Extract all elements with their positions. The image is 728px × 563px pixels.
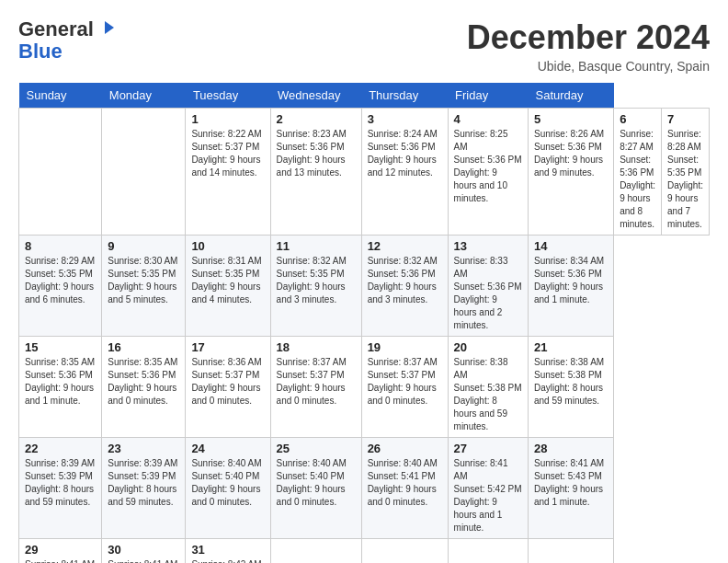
day-number: 14	[534, 239, 608, 253]
calendar-week-row: 29Sunrise: 8:41 AMSunset: 5:43 PMDayligh…	[19, 539, 710, 564]
calendar-cell: 23Sunrise: 8:39 AMSunset: 5:39 PMDayligh…	[102, 438, 186, 539]
day-info: Sunrise: 8:40 AMSunset: 5:41 PMDaylight:…	[368, 457, 442, 509]
calendar-cell	[270, 539, 361, 564]
day-number: 19	[368, 340, 442, 354]
day-number: 16	[108, 340, 179, 354]
day-number: 28	[534, 442, 608, 455]
day-number: 3	[368, 112, 442, 126]
calendar-cell: 15Sunrise: 8:35 AMSunset: 5:36 PMDayligh…	[19, 337, 102, 438]
calendar-cell: 4Sunrise: 8:25 AMSunset: 5:36 PMDaylight…	[448, 109, 528, 236]
day-number: 29	[25, 543, 96, 557]
day-info: Sunrise: 8:30 AMSunset: 5:35 PMDaylight:…	[108, 255, 179, 306]
day-info: Sunrise: 8:41 AMSunset: 5:44 PMDaylight:…	[108, 558, 179, 563]
day-info: Sunrise: 8:41 AMSunset: 5:43 PMDaylight:…	[25, 558, 96, 563]
day-info: Sunrise: 8:37 AMSunset: 5:37 PMDaylight:…	[368, 356, 442, 408]
day-number: 18	[277, 340, 356, 354]
day-number: 1	[191, 112, 264, 126]
logo-general: General	[18, 17, 94, 40]
title-area: December 2024 Ubide, Basque Country, Spa…	[467, 18, 710, 74]
day-number: 12	[368, 239, 442, 253]
calendar-week-row: 1Sunrise: 8:22 AMSunset: 5:37 PMDaylight…	[19, 109, 710, 236]
calendar-cell: 24Sunrise: 8:40 AMSunset: 5:40 PMDayligh…	[186, 438, 270, 539]
calendar-cell: 3Sunrise: 8:24 AMSunset: 5:36 PMDaylight…	[361, 109, 448, 236]
calendar-cell: 21Sunrise: 8:38 AMSunset: 5:38 PMDayligh…	[528, 337, 613, 438]
logo-blue: Blue	[18, 40, 63, 63]
calendar-cell: 31Sunrise: 8:42 AMSunset: 5:45 PMDayligh…	[186, 539, 270, 564]
day-info: Sunrise: 8:40 AMSunset: 5:40 PMDaylight:…	[277, 457, 356, 509]
day-info: Sunrise: 8:35 AMSunset: 5:36 PMDaylight:…	[108, 356, 179, 408]
day-info: Sunrise: 8:32 AMSunset: 5:36 PMDaylight:…	[368, 255, 442, 306]
calendar-cell: 26Sunrise: 8:40 AMSunset: 5:41 PMDayligh…	[361, 438, 448, 539]
day-number: 24	[191, 442, 264, 455]
page-header: General Blue December 2024 Ubide, Basque…	[18, 18, 710, 74]
calendar-cell: 14Sunrise: 8:34 AMSunset: 5:36 PMDayligh…	[528, 236, 613, 337]
day-info: Sunrise: 8:39 AMSunset: 5:39 PMDaylight:…	[25, 457, 96, 509]
calendar-table: SundayMondayTuesdayWednesdayThursdayFrid…	[18, 83, 710, 563]
day-info: Sunrise: 8:31 AMSunset: 5:35 PMDaylight:…	[191, 255, 264, 306]
day-number: 21	[534, 340, 608, 354]
calendar-cell: 18Sunrise: 8:37 AMSunset: 5:37 PMDayligh…	[270, 337, 361, 438]
col-header-friday: Friday	[448, 83, 528, 109]
day-info: Sunrise: 8:26 AMSunset: 5:36 PMDaylight:…	[534, 128, 608, 179]
day-number: 22	[25, 442, 96, 455]
col-header-wednesday: Wednesday	[270, 83, 361, 109]
calendar-cell: 19Sunrise: 8:37 AMSunset: 5:37 PMDayligh…	[361, 337, 448, 438]
svg-marker-0	[105, 21, 114, 34]
day-number: 31	[191, 543, 264, 557]
calendar-cell: 2Sunrise: 8:23 AMSunset: 5:36 PMDaylight…	[270, 109, 361, 236]
day-info: Sunrise: 8:33 AMSunset: 5:36 PMDaylight:…	[454, 255, 522, 332]
day-info: Sunrise: 8:37 AMSunset: 5:37 PMDaylight:…	[277, 356, 356, 408]
day-info: Sunrise: 8:38 AMSunset: 5:38 PMDaylight:…	[454, 356, 522, 433]
day-number: 27	[454, 442, 522, 455]
day-number: 5	[534, 112, 608, 126]
day-number: 15	[25, 340, 96, 354]
day-info: Sunrise: 8:41 AMSunset: 5:42 PMDaylight:…	[454, 457, 522, 534]
day-number: 25	[277, 442, 356, 455]
calendar-cell	[102, 109, 186, 236]
calendar-cell: 30Sunrise: 8:41 AMSunset: 5:44 PMDayligh…	[102, 539, 186, 564]
col-header-monday: Monday	[102, 83, 186, 109]
day-number: 26	[368, 442, 442, 455]
day-number: 9	[108, 239, 179, 253]
day-info: Sunrise: 8:28 AMSunset: 5:35 PMDaylight:…	[667, 128, 703, 231]
calendar-cell	[361, 539, 448, 564]
day-info: Sunrise: 8:39 AMSunset: 5:39 PMDaylight:…	[108, 457, 179, 509]
day-info: Sunrise: 8:24 AMSunset: 5:36 PMDaylight:…	[368, 128, 442, 179]
calendar-cell: 22Sunrise: 8:39 AMSunset: 5:39 PMDayligh…	[19, 438, 102, 539]
calendar-header-row: SundayMondayTuesdayWednesdayThursdayFrid…	[19, 83, 710, 109]
calendar-cell: 13Sunrise: 8:33 AMSunset: 5:36 PMDayligh…	[448, 236, 528, 337]
day-info: Sunrise: 8:22 AMSunset: 5:37 PMDaylight:…	[191, 128, 264, 179]
location: Ubide, Basque Country, Spain	[467, 59, 710, 74]
day-info: Sunrise: 8:34 AMSunset: 5:36 PMDaylight:…	[534, 255, 608, 306]
day-number: 11	[277, 239, 356, 253]
day-info: Sunrise: 8:38 AMSunset: 5:38 PMDaylight:…	[534, 356, 608, 408]
calendar-cell: 27Sunrise: 8:41 AMSunset: 5:42 PMDayligh…	[448, 438, 528, 539]
calendar-cell: 10Sunrise: 8:31 AMSunset: 5:35 PMDayligh…	[186, 236, 270, 337]
day-info: Sunrise: 8:23 AMSunset: 5:36 PMDaylight:…	[277, 128, 356, 179]
calendar-cell: 6Sunrise: 8:27 AMSunset: 5:36 PMDaylight…	[614, 109, 662, 236]
calendar-cell: 7Sunrise: 8:28 AMSunset: 5:35 PMDaylight…	[662, 109, 710, 236]
col-header-saturday: Saturday	[528, 83, 613, 109]
day-number: 30	[108, 543, 179, 557]
day-number: 13	[454, 239, 522, 253]
day-info: Sunrise: 8:27 AMSunset: 5:36 PMDaylight:…	[620, 128, 655, 231]
logo: General Blue	[18, 18, 116, 63]
day-number: 8	[25, 239, 96, 253]
calendar-cell: 16Sunrise: 8:35 AMSunset: 5:36 PMDayligh…	[102, 337, 186, 438]
day-info: Sunrise: 8:35 AMSunset: 5:36 PMDaylight:…	[25, 356, 96, 408]
calendar-week-row: 15Sunrise: 8:35 AMSunset: 5:36 PMDayligh…	[19, 337, 710, 438]
day-number: 2	[277, 112, 356, 126]
calendar-cell: 9Sunrise: 8:30 AMSunset: 5:35 PMDaylight…	[102, 236, 186, 337]
day-number: 7	[667, 112, 703, 126]
col-header-thursday: Thursday	[361, 83, 448, 109]
day-info: Sunrise: 8:42 AMSunset: 5:45 PMDaylight:…	[191, 558, 264, 563]
calendar-cell: 29Sunrise: 8:41 AMSunset: 5:43 PMDayligh…	[19, 539, 102, 564]
day-info: Sunrise: 8:40 AMSunset: 5:40 PMDaylight:…	[191, 457, 264, 509]
calendar-cell	[448, 539, 528, 564]
calendar-week-row: 8Sunrise: 8:29 AMSunset: 5:35 PMDaylight…	[19, 236, 710, 337]
calendar-cell: 1Sunrise: 8:22 AMSunset: 5:37 PMDaylight…	[186, 109, 270, 236]
day-info: Sunrise: 8:36 AMSunset: 5:37 PMDaylight:…	[191, 356, 264, 408]
day-number: 10	[191, 239, 264, 253]
day-info: Sunrise: 8:25 AMSunset: 5:36 PMDaylight:…	[454, 128, 522, 205]
day-number: 20	[454, 340, 522, 354]
